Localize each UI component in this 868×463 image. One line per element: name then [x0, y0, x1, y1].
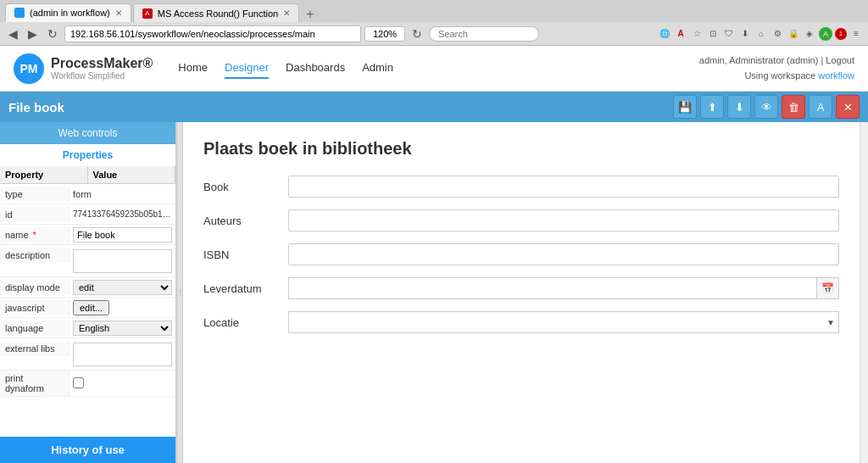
- prop-label-name: name *: [0, 227, 70, 243]
- zoom-input[interactable]: [364, 26, 405, 42]
- locatie-select-wrap: ▼: [288, 311, 839, 333]
- prop-value-print-dynaform: [70, 376, 175, 392]
- save-button[interactable]: 💾: [673, 95, 697, 119]
- ext-icon1[interactable]: 🔒: [787, 27, 800, 41]
- javascript-edit-button[interactable]: edit...: [73, 300, 109, 315]
- history-button[interactable]: History of use: [0, 437, 175, 463]
- refresh-button[interactable]: ↻: [44, 25, 61, 42]
- properties-table: Property Value type form id 774133764592…: [0, 166, 175, 437]
- prop-label-javascript: javascript: [0, 300, 70, 315]
- prop-label-type: type: [0, 187, 70, 202]
- nav-designer[interactable]: Designer: [225, 58, 269, 79]
- search-input[interactable]: [429, 26, 539, 42]
- address-bar-row: ◀ ▶ ↻ ↻ 🌐 A ☆ ⊡ 🛡 ⬇ ⌂ ⚙ 🔒 ◈ A 1 ≡: [0, 22, 868, 46]
- prop-row-display-mode: display mode editviewdisabled: [0, 277, 175, 298]
- home-icon[interactable]: ⌂: [754, 27, 768, 41]
- field-leverdatum: Leverdatum 📅: [203, 277, 839, 299]
- bookmark-icon[interactable]: ⊡: [706, 27, 720, 41]
- tab-1[interactable]: (admin in workflow) ✕: [5, 3, 131, 22]
- browser-icons: 🌐 A ☆ ⊡ 🛡 ⬇ ⌂ ⚙ 🔒 ◈ A 1 ≡: [658, 27, 863, 41]
- logo-area: PM ProcessMaker® Workflow Simplified: [14, 53, 153, 84]
- tab2-favicon: A: [142, 8, 153, 19]
- workspace-link[interactable]: workflow: [818, 70, 854, 81]
- prop-label-id: id: [0, 207, 70, 222]
- properties-button[interactable]: Properties: [0, 144, 175, 166]
- upload-button[interactable]: ⬆: [700, 95, 724, 119]
- prop-label-print-dynaform: print dynaform: [0, 371, 70, 396]
- forward-button[interactable]: ▶: [25, 25, 41, 42]
- prop-label-description: description: [0, 248, 70, 263]
- field-input-book[interactable]: [288, 176, 839, 198]
- prop-value-javascript: edit...: [70, 298, 175, 317]
- close-button[interactable]: ✕: [836, 95, 860, 119]
- tab2-close-icon[interactable]: ✕: [283, 8, 290, 18]
- field-label-isbn: ISBN: [203, 248, 288, 261]
- nav-home[interactable]: Home: [178, 58, 208, 79]
- logo-text: ProcessMaker® Workflow Simplified: [51, 55, 153, 81]
- address-input[interactable]: [64, 25, 361, 42]
- form-canvas: Plaats boek in bibliotheek Book Auteurs …: [183, 122, 860, 463]
- field-label-book: Book: [203, 181, 288, 193]
- profile-icon[interactable]: A: [819, 27, 832, 41]
- drag-dots-icon: ⋮: [177, 289, 183, 296]
- external-libs-input[interactable]: [73, 343, 172, 366]
- prop-row-type: type form: [0, 184, 175, 204]
- prop-label-external-libs: external libs: [0, 341, 70, 356]
- nav-admin[interactable]: Admin: [362, 58, 393, 79]
- props-header: Property Value: [0, 166, 175, 184]
- resize-handle[interactable]: ⋮: [176, 122, 183, 463]
- description-input[interactable]: [73, 249, 172, 273]
- field-book: Book: [203, 176, 839, 198]
- menu-icon[interactable]: ≡: [849, 27, 863, 41]
- star-icon[interactable]: ☆: [690, 27, 704, 41]
- new-tab-button[interactable]: +: [301, 7, 319, 22]
- main-area: Web controls Properties Property Value t…: [0, 122, 868, 463]
- right-scrollbar[interactable]: [860, 122, 868, 463]
- font-button[interactable]: A: [809, 95, 832, 119]
- globe-icon: 🌐: [658, 27, 671, 41]
- reload-button[interactable]: ↻: [409, 25, 426, 42]
- calendar-icon[interactable]: 📅: [816, 278, 838, 298]
- toolbar-buttons: 💾 ⬆ ⬇ 👁 🗑 A ✕: [673, 95, 860, 119]
- file-book-toolbar: File book 💾 ⬆ ⬇ 👁 🗑 A ✕: [0, 92, 868, 122]
- back-button[interactable]: ◀: [5, 25, 21, 42]
- nav-dashboards[interactable]: Dashboards: [286, 58, 345, 79]
- language-select[interactable]: EnglishSpanishFrench: [73, 321, 172, 336]
- prop-value-language: EnglishSpanishFrench: [70, 319, 175, 337]
- web-controls-button[interactable]: Web controls: [0, 122, 175, 144]
- required-star: *: [33, 230, 36, 240]
- tab-2[interactable]: A MS Access Round() Function ✕: [133, 3, 299, 22]
- left-panel: Web controls Properties Property Value t…: [0, 122, 176, 463]
- prop-row-external-libs: external libs: [0, 338, 175, 371]
- delete-button[interactable]: 🗑: [782, 95, 805, 119]
- tab-bar: (admin in workflow) ✕ A MS Access Round(…: [0, 0, 868, 22]
- tab1-close-icon[interactable]: ✕: [115, 8, 122, 18]
- locatie-select[interactable]: [289, 312, 838, 332]
- download-icon[interactable]: ⬇: [738, 27, 752, 41]
- prop-value-external-libs: [70, 341, 175, 370]
- download-button[interactable]: ⬇: [727, 95, 751, 119]
- form-title: Plaats boek in bibliotheek: [203, 139, 839, 159]
- nav-links: Home Designer Dashboards Admin: [178, 58, 698, 79]
- tab2-title: MS Access Round() Function: [158, 8, 278, 19]
- acrobat-icon: A: [674, 27, 687, 41]
- prop-header-property: Property: [0, 166, 88, 183]
- leverdatum-date-field: 📅: [288, 277, 839, 299]
- shield-icon: 🛡: [722, 27, 736, 41]
- user-area: admin, Administrator (admin) | Logout Us…: [699, 53, 854, 83]
- prop-row-print-dynaform: print dynaform: [0, 371, 175, 397]
- logo-title: ProcessMaker®: [51, 55, 153, 71]
- preview-button[interactable]: 👁: [754, 95, 778, 119]
- tab1-favicon: [14, 8, 25, 18]
- field-input-auteurs[interactable]: [288, 209, 839, 232]
- prop-row-javascript: javascript edit...: [0, 298, 175, 318]
- ext-icon2[interactable]: ◈: [803, 27, 816, 41]
- name-input[interactable]: [73, 227, 172, 243]
- leverdatum-input[interactable]: [289, 281, 816, 297]
- settings-icon[interactable]: ⚙: [771, 27, 784, 41]
- field-input-isbn[interactable]: [288, 243, 839, 265]
- prop-row-description: description: [0, 245, 175, 277]
- app: PM ProcessMaker® Workflow Simplified Hom…: [0, 46, 868, 463]
- display-mode-select[interactable]: editviewdisabled: [73, 280, 172, 295]
- print-dynaform-checkbox[interactable]: [73, 377, 84, 388]
